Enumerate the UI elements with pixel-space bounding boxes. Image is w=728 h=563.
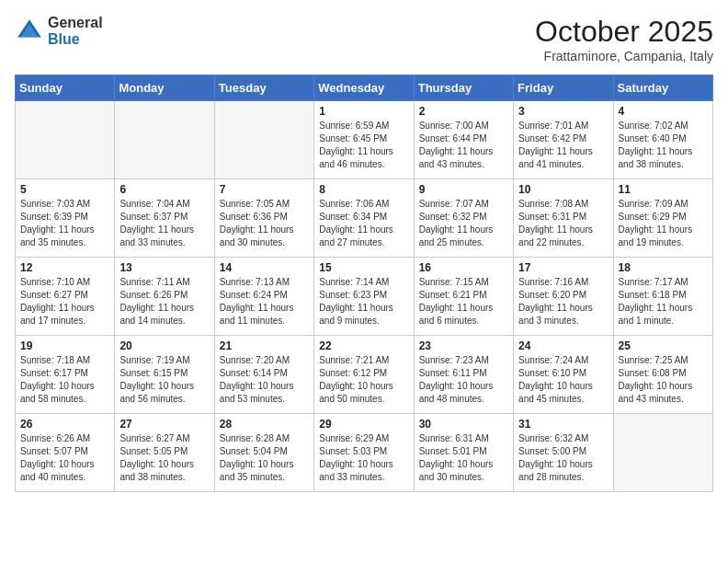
- day-number: 1: [319, 105, 408, 118]
- calendar-cell: 8Sunrise: 7:06 AM Sunset: 6:34 PM Daylig…: [314, 179, 414, 258]
- calendar-cell: 20Sunrise: 7:19 AM Sunset: 6:15 PM Dayli…: [115, 336, 214, 414]
- logo-icon: [15, 17, 44, 46]
- day-number: 20: [119, 339, 209, 352]
- day-info: Sunrise: 6:59 AM Sunset: 6:45 PM Dayligh…: [319, 120, 408, 171]
- calendar-cell: 4Sunrise: 7:02 AM Sunset: 6:40 PM Daylig…: [613, 101, 712, 179]
- day-number: 6: [119, 183, 209, 196]
- day-number: 25: [619, 339, 708, 352]
- title-block: October 2025 Frattaminore, Campania, Ita…: [535, 15, 713, 63]
- day-number: 8: [319, 183, 408, 196]
- page-header: General Blue October 2025 Frattaminore, …: [15, 15, 713, 63]
- day-info: Sunrise: 7:16 AM Sunset: 6:20 PM Dayligh…: [518, 276, 608, 327]
- day-header-tuesday: Tuesday: [214, 75, 313, 101]
- day-info: Sunrise: 7:14 AM Sunset: 6:23 PM Dayligh…: [319, 276, 408, 327]
- day-info: Sunrise: 7:05 AM Sunset: 6:36 PM Dayligh…: [220, 198, 309, 249]
- day-number: 5: [20, 183, 109, 196]
- day-info: Sunrise: 7:02 AM Sunset: 6:40 PM Dayligh…: [619, 120, 708, 171]
- day-info: Sunrise: 7:18 AM Sunset: 6:17 PM Dayligh…: [20, 354, 109, 406]
- calendar-cell: [115, 101, 214, 179]
- calendar-cell: 5Sunrise: 7:03 AM Sunset: 6:39 PM Daylig…: [16, 179, 115, 258]
- day-number: 29: [319, 418, 408, 431]
- day-number: 13: [119, 261, 209, 274]
- day-number: 12: [20, 261, 109, 274]
- day-info: Sunrise: 7:25 AM Sunset: 6:08 PM Dayligh…: [619, 354, 708, 406]
- day-number: 7: [220, 183, 309, 196]
- day-info: Sunrise: 6:29 AM Sunset: 5:03 PM Dayligh…: [319, 432, 408, 484]
- calendar-cell: 16Sunrise: 7:15 AM Sunset: 6:21 PM Dayli…: [414, 258, 513, 336]
- calendar-cell: 26Sunrise: 6:26 AM Sunset: 5:07 PM Dayli…: [16, 414, 115, 492]
- day-info: Sunrise: 7:23 AM Sunset: 6:11 PM Dayligh…: [419, 354, 508, 406]
- day-info: Sunrise: 7:01 AM Sunset: 6:42 PM Dayligh…: [518, 120, 608, 171]
- day-number: 15: [319, 261, 408, 274]
- day-info: Sunrise: 7:17 AM Sunset: 6:18 PM Dayligh…: [619, 276, 708, 327]
- day-number: 27: [119, 418, 209, 431]
- day-info: Sunrise: 7:08 AM Sunset: 6:31 PM Dayligh…: [518, 198, 608, 249]
- day-number: 23: [419, 339, 508, 352]
- day-info: Sunrise: 7:07 AM Sunset: 6:32 PM Dayligh…: [419, 198, 508, 249]
- day-header-sunday: Sunday: [16, 75, 115, 101]
- day-info: Sunrise: 7:13 AM Sunset: 6:24 PM Dayligh…: [220, 276, 309, 327]
- day-number: 9: [419, 183, 508, 196]
- calendar-cell: 1Sunrise: 6:59 AM Sunset: 6:45 PM Daylig…: [314, 101, 414, 179]
- calendar-cell: 9Sunrise: 7:07 AM Sunset: 6:32 PM Daylig…: [414, 179, 513, 258]
- day-info: Sunrise: 6:28 AM Sunset: 5:04 PM Dayligh…: [220, 432, 309, 484]
- day-number: 24: [518, 339, 608, 352]
- day-number: 19: [20, 339, 109, 352]
- logo-text: General Blue: [48, 15, 103, 47]
- calendar-cell: 28Sunrise: 6:28 AM Sunset: 5:04 PM Dayli…: [214, 414, 313, 492]
- day-header-monday: Monday: [115, 75, 214, 101]
- day-number: 28: [220, 418, 309, 431]
- day-info: Sunrise: 7:09 AM Sunset: 6:29 PM Dayligh…: [619, 198, 708, 249]
- day-info: Sunrise: 7:20 AM Sunset: 6:14 PM Dayligh…: [220, 354, 309, 406]
- day-header-wednesday: Wednesday: [314, 75, 414, 101]
- day-info: Sunrise: 7:00 AM Sunset: 6:44 PM Dayligh…: [419, 120, 508, 171]
- day-info: Sunrise: 7:06 AM Sunset: 6:34 PM Dayligh…: [319, 198, 408, 249]
- day-info: Sunrise: 6:31 AM Sunset: 5:01 PM Dayligh…: [419, 432, 508, 484]
- calendar-cell: 17Sunrise: 7:16 AM Sunset: 6:20 PM Dayli…: [514, 258, 613, 336]
- week-row-2: 12Sunrise: 7:10 AM Sunset: 6:27 PM Dayli…: [16, 258, 713, 336]
- calendar-header-row: SundayMondayTuesdayWednesdayThursdayFrid…: [16, 75, 713, 101]
- calendar-cell: 22Sunrise: 7:21 AM Sunset: 6:12 PM Dayli…: [314, 336, 414, 414]
- day-number: 3: [518, 105, 608, 118]
- day-number: 31: [518, 418, 608, 431]
- calendar-cell: 14Sunrise: 7:13 AM Sunset: 6:24 PM Dayli…: [214, 258, 313, 336]
- day-info: Sunrise: 7:10 AM Sunset: 6:27 PM Dayligh…: [20, 276, 109, 327]
- day-header-saturday: Saturday: [613, 75, 712, 101]
- logo-general-label: General: [48, 15, 103, 31]
- day-header-thursday: Thursday: [414, 75, 513, 101]
- calendar-cell: 12Sunrise: 7:10 AM Sunset: 6:27 PM Dayli…: [16, 258, 115, 336]
- calendar-cell: [214, 101, 313, 179]
- day-info: Sunrise: 7:21 AM Sunset: 6:12 PM Dayligh…: [319, 354, 408, 406]
- day-number: 2: [419, 105, 508, 118]
- calendar-table: SundayMondayTuesdayWednesdayThursdayFrid…: [15, 75, 713, 492]
- calendar-cell: 11Sunrise: 7:09 AM Sunset: 6:29 PM Dayli…: [613, 179, 712, 258]
- day-number: 22: [319, 339, 408, 352]
- week-row-1: 5Sunrise: 7:03 AM Sunset: 6:39 PM Daylig…: [16, 179, 713, 258]
- day-number: 10: [518, 183, 608, 196]
- day-number: 26: [20, 418, 109, 431]
- calendar-cell: 3Sunrise: 7:01 AM Sunset: 6:42 PM Daylig…: [514, 101, 613, 179]
- calendar-cell: 24Sunrise: 7:24 AM Sunset: 6:10 PM Dayli…: [514, 336, 613, 414]
- calendar-cell: 6Sunrise: 7:04 AM Sunset: 6:37 PM Daylig…: [115, 179, 214, 258]
- day-info: Sunrise: 7:04 AM Sunset: 6:37 PM Dayligh…: [119, 198, 209, 249]
- day-number: 11: [619, 183, 708, 196]
- day-header-friday: Friday: [514, 75, 613, 101]
- day-info: Sunrise: 7:03 AM Sunset: 6:39 PM Dayligh…: [20, 198, 109, 249]
- day-info: Sunrise: 6:32 AM Sunset: 5:00 PM Dayligh…: [518, 432, 608, 484]
- day-number: 17: [518, 261, 608, 274]
- calendar-cell: [16, 101, 115, 179]
- calendar-cell: 29Sunrise: 6:29 AM Sunset: 5:03 PM Dayli…: [314, 414, 414, 492]
- calendar-cell: 27Sunrise: 6:27 AM Sunset: 5:05 PM Dayli…: [115, 414, 214, 492]
- calendar-cell: 31Sunrise: 6:32 AM Sunset: 5:00 PM Dayli…: [514, 414, 613, 492]
- calendar-cell: 23Sunrise: 7:23 AM Sunset: 6:11 PM Dayli…: [414, 336, 513, 414]
- week-row-4: 26Sunrise: 6:26 AM Sunset: 5:07 PM Dayli…: [16, 414, 713, 492]
- week-row-0: 1Sunrise: 6:59 AM Sunset: 6:45 PM Daylig…: [16, 101, 713, 179]
- day-number: 18: [619, 261, 708, 274]
- location-label: Frattaminore, Campania, Italy: [535, 49, 713, 63]
- day-number: 16: [419, 261, 508, 274]
- calendar-cell: 7Sunrise: 7:05 AM Sunset: 6:36 PM Daylig…: [214, 179, 313, 258]
- calendar-cell: 19Sunrise: 7:18 AM Sunset: 6:17 PM Dayli…: [16, 336, 115, 414]
- day-number: 14: [220, 261, 309, 274]
- week-row-3: 19Sunrise: 7:18 AM Sunset: 6:17 PM Dayli…: [16, 336, 713, 414]
- calendar-cell: 15Sunrise: 7:14 AM Sunset: 6:23 PM Dayli…: [314, 258, 414, 336]
